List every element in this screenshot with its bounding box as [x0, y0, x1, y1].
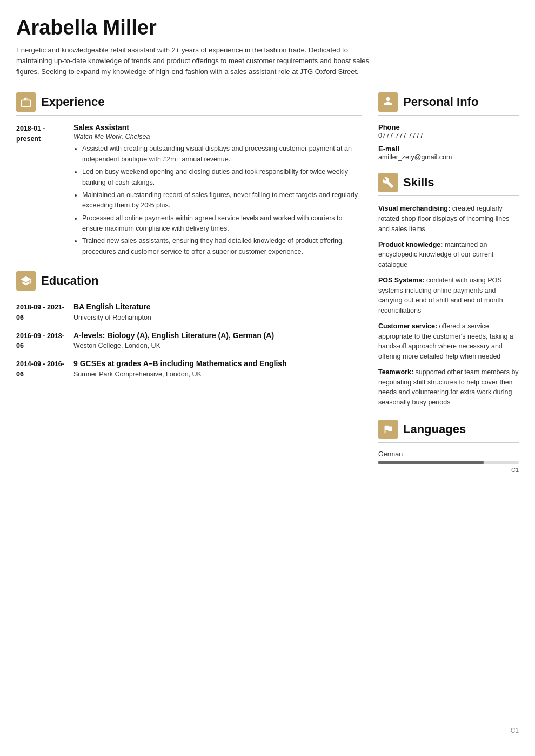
exp-entry-0: 2018-01 - present Sales Assistant Watch …	[16, 123, 362, 259]
language-0: German C1	[378, 450, 519, 473]
right-column: Personal Info Phone 0777 777 7777 E-mail…	[378, 92, 519, 721]
skill-0: Visual merchandising: created regularly …	[378, 204, 519, 234]
briefcase-svg	[20, 96, 32, 108]
skills-title: Skills	[403, 176, 434, 190]
institution-2: Sumner Park Comprehensive, London, UK	[73, 370, 287, 378]
experience-header: Experience	[16, 92, 362, 112]
experience-title: Experience	[41, 95, 104, 109]
education-title: Education	[41, 274, 98, 288]
main-layout: Experience 2018-01 - present Sales Assis…	[16, 92, 519, 721]
skill-name-4: Teamwork:	[378, 368, 413, 376]
education-icon	[16, 271, 36, 291]
skill-3: Customer service: offered a service appr…	[378, 321, 519, 362]
skill-2: POS Systems: confident with using POS sy…	[378, 275, 519, 316]
personal-info-title: Personal Info	[403, 95, 478, 109]
skills-section: Skills Visual merchandising: created reg…	[378, 173, 519, 408]
edu-content-0: BA English Literature University of Roeh…	[73, 302, 151, 323]
lang-bar-fill-0	[378, 461, 484, 464]
languages-header: Languages	[378, 420, 519, 439]
edu-dates-1: 2016-09 - 2018-06	[16, 330, 65, 352]
lang-name-0: German	[378, 450, 519, 458]
languages-section: Languages German C1	[378, 420, 519, 473]
skill-4: Teamwork: supported other team members b…	[378, 367, 519, 408]
education-header: Education	[16, 271, 362, 291]
grad-cap-svg	[20, 275, 32, 287]
skill-name-2: POS Systems:	[378, 276, 424, 284]
edu-dates-2: 2014-09 - 2016-06	[16, 359, 65, 380]
lang-bar-bg-0	[378, 461, 519, 464]
edu-entry-0: 2018-09 - 2021-06 BA English Literature …	[16, 302, 362, 323]
degree-2: 9 GCSEs at grades A–B including Mathemat…	[73, 359, 287, 369]
skill-name-1: Product knowledge:	[378, 241, 443, 248]
exp-bullets-0: Assisted with creating outstanding visua…	[73, 144, 362, 257]
edu-entry-2: 2014-09 - 2016-06 9 GCSEs at grades A–B …	[16, 359, 362, 380]
resume-page: Arabella Miller Energetic and knowledgea…	[0, 0, 535, 756]
bullet-0-0: Assisted with creating outstanding visua…	[82, 144, 362, 165]
skills-icon	[378, 173, 398, 192]
edu-entry-1: 2016-09 - 2018-06 A-levels: Biology (A),…	[16, 330, 362, 352]
degree-0: BA English Literature	[73, 302, 151, 313]
candidate-name: Arabella Miller	[16, 16, 519, 39]
phone-label: Phone	[378, 123, 519, 131]
education-divider	[16, 294, 362, 294]
phone-value: 0777 777 7777	[378, 132, 519, 139]
personal-info-icon	[378, 92, 398, 112]
languages-icon	[378, 420, 398, 439]
candidate-summary: Energetic and knowledgeable retail assis…	[16, 45, 373, 77]
degree-1: A-levels: Biology (A), English Literatur…	[73, 330, 274, 341]
job-title-0: Sales Assistant	[73, 123, 362, 132]
languages-divider	[378, 442, 519, 443]
skills-divider	[378, 195, 519, 196]
languages-svg	[382, 423, 394, 435]
edu-content-2: 9 GCSEs at grades A–B including Mathemat…	[73, 359, 287, 380]
personal-info-section: Personal Info Phone 0777 777 7777 E-mail…	[378, 92, 519, 161]
institution-1: Weston College, London, UK	[73, 342, 274, 349]
edu-dates-0: 2018-09 - 2021-06	[16, 302, 65, 323]
person-svg	[382, 96, 394, 108]
personal-info-divider	[378, 115, 519, 116]
bullet-0-1: Led on busy weekend opening and closing …	[82, 167, 362, 188]
experience-section: Experience 2018-01 - present Sales Assis…	[16, 92, 362, 259]
languages-title: Languages	[403, 422, 466, 436]
email-label: E-mail	[378, 145, 519, 153]
exp-dates-0: 2018-01 - present	[16, 123, 65, 259]
experience-icon	[16, 92, 36, 112]
skill-name-3: Customer service:	[378, 322, 437, 330]
email-value: amiller_zety@gmail.com	[378, 153, 519, 161]
skill-name-0: Visual merchandising:	[378, 205, 450, 212]
personal-info-header: Personal Info	[378, 92, 519, 112]
left-column: Experience 2018-01 - present Sales Assis…	[16, 92, 362, 721]
page-number: C1	[16, 727, 519, 734]
education-section: Education 2018-09 - 2021-06 BA English L…	[16, 271, 362, 380]
bullet-0-2: Maintained an outstanding record of sale…	[82, 190, 362, 211]
edu-content-1: A-levels: Biology (A), English Literatur…	[73, 330, 274, 352]
resume-header: Arabella Miller Energetic and knowledgea…	[16, 16, 519, 77]
company-0: Watch Me Work, Chelsea	[73, 133, 362, 140]
bullet-0-4: Trained new sales assistants, ensuring t…	[82, 236, 362, 257]
experience-divider	[16, 115, 362, 116]
skills-header: Skills	[378, 173, 519, 192]
bullet-0-3: Processed all online payments within agr…	[82, 213, 362, 234]
lang-level-0: C1	[378, 467, 519, 473]
institution-0: University of Roehampton	[73, 314, 151, 321]
skills-svg	[382, 177, 394, 188]
exp-content-0: Sales Assistant Watch Me Work, Chelsea A…	[73, 123, 362, 259]
skill-1: Product knowledge: maintained an encyclo…	[378, 240, 519, 270]
